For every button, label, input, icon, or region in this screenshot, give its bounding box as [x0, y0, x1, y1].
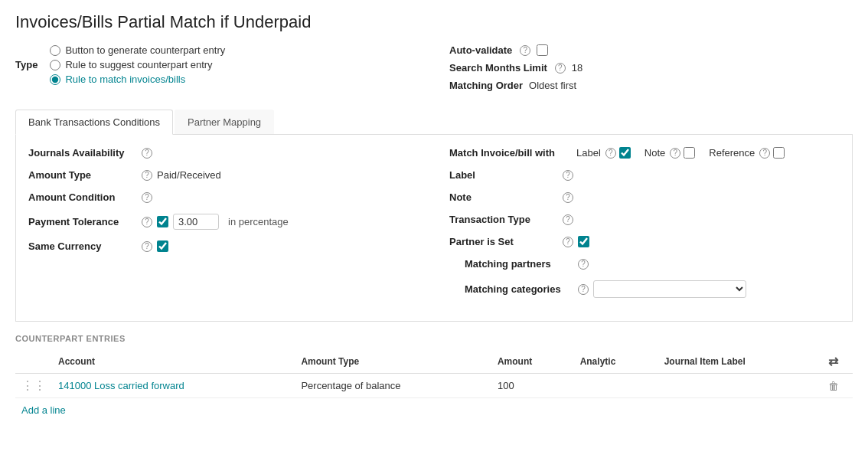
transaction-type-help-icon[interactable]: ?	[563, 214, 573, 225]
label-field-label: Label	[449, 169, 556, 181]
matching-categories-select[interactable]	[593, 280, 746, 298]
note-field-help-icon[interactable]: ?	[563, 192, 573, 203]
col-journal-item-label: Journal Item Label	[658, 349, 822, 374]
amount-type-label: Amount Type	[28, 169, 135, 181]
journal-item-label-cell	[658, 374, 822, 398]
counterpart-section-title: COUNTERPART ENTRIES	[15, 334, 853, 343]
type-radio-group: Button to generate counterpart entry Rul…	[50, 44, 225, 85]
type-option-1[interactable]: Button to generate counterpart entry	[50, 44, 225, 56]
match-item-label: Label ?	[576, 147, 631, 159]
payment-tolerance-suffix: in percentage	[228, 216, 289, 227]
note-field-label: Note	[449, 191, 556, 203]
matching-categories-label: Matching categories	[465, 283, 572, 295]
col-drag	[15, 349, 52, 374]
match-reference-help-icon[interactable]: ?	[759, 148, 770, 159]
tab-right-col: Match Invoice/bill with Label ? Note ? R…	[449, 147, 840, 309]
matching-order-value: Oldest first	[529, 80, 576, 91]
type-label: Type	[15, 59, 38, 70]
partner-is-set-checkbox[interactable]	[578, 236, 589, 247]
match-item-note: Note ?	[644, 147, 695, 159]
col-account: Account	[52, 349, 295, 374]
match-note-help-icon[interactable]: ?	[670, 148, 680, 159]
col-filter: ⇄	[822, 349, 853, 374]
journals-help-icon[interactable]: ?	[142, 148, 152, 159]
tab-partner-mapping[interactable]: Partner Mapping	[175, 110, 274, 134]
match-label-checkbox[interactable]	[619, 147, 631, 159]
matching-partners-help-icon[interactable]: ?	[578, 259, 589, 270]
same-currency-checkbox[interactable]	[157, 240, 168, 252]
type-option-3[interactable]: Rule to match invoices/bills	[50, 74, 225, 85]
label-field-help-icon[interactable]: ?	[563, 170, 573, 181]
auto-validate-help-icon[interactable]: ?	[520, 45, 530, 56]
amount-type-help-icon[interactable]: ?	[142, 170, 152, 181]
amount-type-value: Paid/Received	[157, 169, 221, 181]
col-analytic: Analytic	[574, 349, 658, 374]
drag-handle-cell: ⋮⋮	[15, 374, 52, 398]
drag-handle-icon[interactable]: ⋮⋮	[21, 379, 46, 392]
account-cell: 141000 Loss carried forward	[52, 374, 295, 398]
match-item-reference: Reference ?	[709, 147, 785, 159]
match-note-checkbox[interactable]	[684, 147, 695, 159]
type-option-2[interactable]: Rule to suggest counterpart entry	[50, 59, 225, 70]
counterpart-table: Account Amount Type Amount Analytic Jour…	[15, 349, 853, 398]
amount-type-cell: Percentage of balance	[295, 374, 491, 398]
payment-tolerance-label: Payment Tolerance	[28, 216, 135, 227]
matching-partners-label: Matching partners	[465, 258, 572, 270]
amount-condition-label: Amount Condition	[28, 191, 135, 203]
auto-validate-checkbox[interactable]	[537, 44, 548, 56]
page-title: Invoices/Bills Partial Match if Underpai…	[15, 12, 853, 32]
payment-tolerance-checkbox[interactable]	[157, 216, 168, 227]
tab-left-col: Journals Availability ? Amount Type ? Pa…	[28, 147, 419, 309]
payment-tolerance-help-icon[interactable]: ?	[142, 217, 152, 227]
search-months-label: Search Months Limit	[449, 62, 547, 74]
counterpart-section: COUNTERPART ENTRIES Account Amount Type …	[15, 334, 853, 422]
match-invoice-label: Match Invoice/bill with	[449, 147, 572, 159]
col-amount: Amount	[491, 349, 574, 374]
matching-categories-help-icon[interactable]: ?	[578, 284, 589, 295]
partner-is-set-help-icon[interactable]: ?	[563, 237, 573, 247]
account-link[interactable]: 141000 Loss carried forward	[58, 380, 184, 391]
amount-cell: 100	[491, 374, 574, 398]
search-months-value: 18	[572, 62, 582, 74]
match-label-help-icon[interactable]: ?	[605, 148, 616, 159]
journals-label: Journals Availability	[28, 147, 135, 159]
type-option-2-label: Rule to suggest counterpart entry	[65, 59, 212, 70]
tab-bank-transactions[interactable]: Bank Transactions Conditions	[15, 110, 173, 135]
partner-is-set-label: Partner is Set	[449, 236, 556, 247]
filter-icon: ⇄	[828, 355, 838, 368]
add-line-link[interactable]: Add a line	[21, 404, 66, 416]
analytic-cell	[574, 374, 658, 398]
table-row: ⋮⋮ 141000 Loss carried forward Percentag…	[15, 374, 853, 398]
tabs-bar: Bank Transactions Conditions Partner Map…	[15, 110, 853, 135]
type-option-3-label: Rule to match invoices/bills	[65, 74, 185, 85]
search-months-help-icon[interactable]: ?	[555, 63, 566, 74]
delete-cell: 🗑	[822, 374, 853, 398]
same-currency-help-icon[interactable]: ?	[142, 241, 152, 252]
matching-order-label: Matching Order	[449, 80, 523, 91]
same-currency-label: Same Currency	[28, 240, 135, 252]
transaction-type-label: Transaction Type	[449, 214, 556, 225]
col-amount-type: Amount Type	[295, 349, 491, 374]
amount-condition-help-icon[interactable]: ?	[142, 192, 152, 203]
match-note-text: Note	[644, 147, 665, 159]
payment-tolerance-input[interactable]	[173, 214, 219, 230]
match-reference-text: Reference	[709, 147, 755, 159]
type-option-1-label: Button to generate counterpart entry	[65, 44, 225, 56]
match-label-text: Label	[576, 147, 601, 159]
delete-row-icon[interactable]: 🗑	[828, 380, 839, 392]
auto-validate-label: Auto-validate	[449, 44, 512, 56]
match-items: Label ? Note ? Reference ?	[576, 147, 785, 159]
tab-content-bank-transactions: Journals Availability ? Amount Type ? Pa…	[15, 135, 853, 322]
match-reference-checkbox[interactable]	[773, 147, 785, 159]
